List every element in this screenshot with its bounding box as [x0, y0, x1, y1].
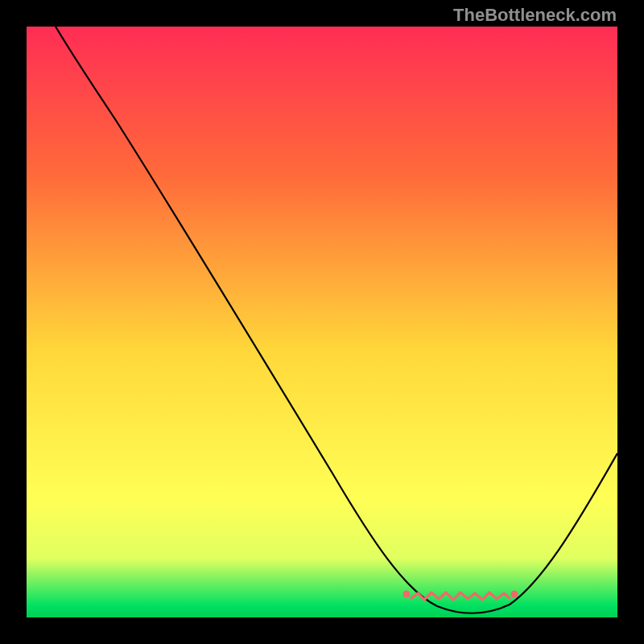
chart-frame: TheBottleneck.com: [0, 0, 644, 644]
scribble-dot-left: [403, 591, 411, 598]
watermark-text: TheBottleneck.com: [453, 6, 617, 24]
threshold-scribble: [27, 27, 617, 617]
scribble-dot-right: [511, 591, 518, 598]
plot-area: [27, 27, 617, 617]
scribble-zigzag: [411, 592, 510, 600]
